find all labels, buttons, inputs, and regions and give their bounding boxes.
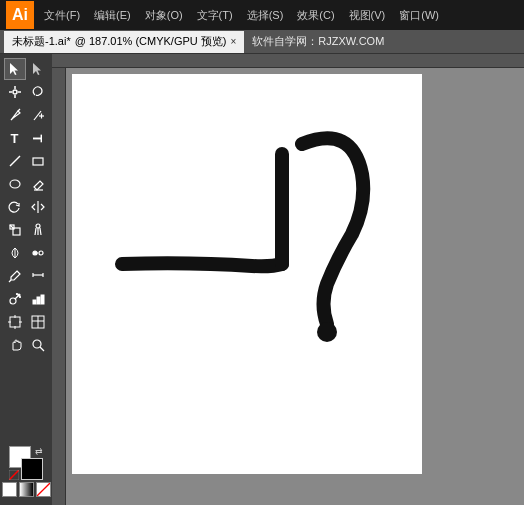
menu-edit[interactable]: 编辑(E) (88, 6, 137, 25)
color-button-none[interactable] (36, 482, 51, 497)
tool-row-8 (4, 219, 49, 241)
swap-fill-stroke-icon[interactable]: ⇄ (35, 446, 43, 456)
tool-row-9 (4, 242, 49, 264)
svg-point-48 (317, 322, 337, 342)
color-button-gradient[interactable] (19, 482, 34, 497)
main-layout: T T (0, 54, 524, 505)
pen-tool[interactable] (4, 104, 26, 126)
menu-file[interactable]: 文件(F) (38, 6, 86, 25)
tool-row-6 (4, 173, 49, 195)
tab-close-button[interactable]: × (230, 36, 236, 47)
svg-marker-0 (10, 63, 18, 75)
puppet-warp-tool[interactable] (27, 219, 49, 241)
stroke-color[interactable] (21, 458, 43, 480)
menu-window[interactable]: 窗口(W) (393, 6, 445, 25)
tool-row-11 (4, 288, 49, 310)
tool-row-7 (4, 196, 49, 218)
lasso-tool[interactable] (27, 81, 49, 103)
magic-wand-tool[interactable] (4, 81, 26, 103)
column-graph-tool[interactable] (27, 288, 49, 310)
tab-bar: 未标题-1.ai* @ 187.01% (CMYK/GPU 预览) × 软件自学… (0, 30, 524, 54)
ruler-top (52, 54, 524, 68)
svg-line-7 (18, 109, 20, 111)
erase-tool[interactable] (27, 173, 49, 195)
tool-row-type: T T (4, 127, 49, 149)
color-button-solid[interactable] (2, 482, 17, 497)
drawing-svg (72, 74, 422, 474)
color-area: ⇄ (0, 442, 52, 501)
line-tool[interactable] (4, 150, 26, 172)
svg-point-20 (33, 251, 37, 255)
menu-bar: 文件(F) 编辑(E) 对象(O) 文字(T) 选择(S) 效果(C) 视图(V… (38, 6, 518, 25)
menu-object[interactable]: 对象(O) (139, 6, 189, 25)
none-color-icon[interactable] (9, 470, 19, 480)
measure-tool[interactable] (27, 265, 49, 287)
svg-point-43 (33, 340, 41, 348)
svg-line-23 (9, 280, 11, 282)
tool-row-hand (4, 334, 49, 356)
tool-row-line (4, 150, 49, 172)
artboard-tool[interactable] (4, 311, 26, 333)
tab-info: @ 187.01% (CMYK/GPU 预览) (75, 34, 227, 49)
tab-site-label: 软件自学网：RJZXW.COM (252, 34, 384, 49)
canvas-area (52, 54, 524, 505)
active-tab[interactable]: 未标题-1.ai* @ 187.01% (CMYK/GPU 预览) × (4, 31, 244, 53)
svg-rect-35 (10, 317, 20, 327)
ruler-left (52, 68, 66, 505)
menu-effect[interactable]: 效果(C) (291, 6, 340, 25)
fill-stroke-indicator[interactable]: ⇄ (9, 446, 43, 480)
svg-point-12 (10, 180, 20, 188)
tool-row-12 (4, 311, 49, 333)
toolbar: T T (0, 54, 52, 505)
svg-line-17 (10, 225, 14, 229)
menu-type[interactable]: 文字(T) (191, 6, 239, 25)
svg-point-21 (39, 251, 43, 255)
scale-tool[interactable] (4, 219, 26, 241)
svg-marker-1 (33, 63, 41, 75)
svg-line-47 (37, 483, 50, 496)
ellipse-tool[interactable] (4, 173, 26, 195)
svg-rect-32 (33, 300, 36, 304)
tool-row-10 (4, 265, 49, 287)
svg-line-45 (9, 470, 19, 480)
width-tool[interactable] (4, 242, 26, 264)
type-tool[interactable]: T (4, 127, 26, 149)
svg-point-30 (16, 294, 17, 295)
tool-row-pen (4, 104, 49, 126)
blend-tool[interactable] (27, 242, 49, 264)
select-tool[interactable] (4, 58, 26, 80)
title-bar: Ai 文件(F) 编辑(E) 对象(O) 文字(T) 选择(S) 效果(C) 视… (0, 0, 524, 30)
tool-row-2 (4, 81, 49, 103)
svg-point-29 (18, 294, 20, 296)
menu-view[interactable]: 视图(V) (343, 6, 392, 25)
add-anchor-tool[interactable] (27, 104, 49, 126)
rect-tool[interactable] (27, 150, 49, 172)
rotate-tool[interactable] (4, 196, 26, 218)
svg-line-10 (10, 156, 20, 166)
svg-rect-34 (41, 295, 44, 304)
hand-tool[interactable] (4, 334, 26, 356)
art-canvas (72, 74, 422, 474)
tool-row-select (4, 58, 49, 80)
svg-point-6 (13, 90, 17, 94)
tab-label: 未标题-1.ai* (12, 34, 71, 49)
svg-line-44 (40, 347, 44, 351)
direct-select-tool[interactable] (27, 58, 49, 80)
menu-select[interactable]: 选择(S) (241, 6, 290, 25)
color-mode-buttons (2, 482, 51, 497)
app-logo: Ai (6, 1, 34, 29)
slice-tool[interactable] (27, 311, 49, 333)
symbol-sprayer-tool[interactable] (4, 288, 26, 310)
svg-point-18 (36, 224, 40, 228)
svg-rect-11 (33, 158, 43, 165)
eyedropper-tool[interactable] (4, 265, 26, 287)
svg-rect-33 (37, 297, 40, 304)
reflect-tool[interactable] (27, 196, 49, 218)
svg-point-31 (19, 297, 20, 298)
vertical-type-tool[interactable]: T (27, 127, 49, 149)
zoom-tool[interactable] (27, 334, 49, 356)
